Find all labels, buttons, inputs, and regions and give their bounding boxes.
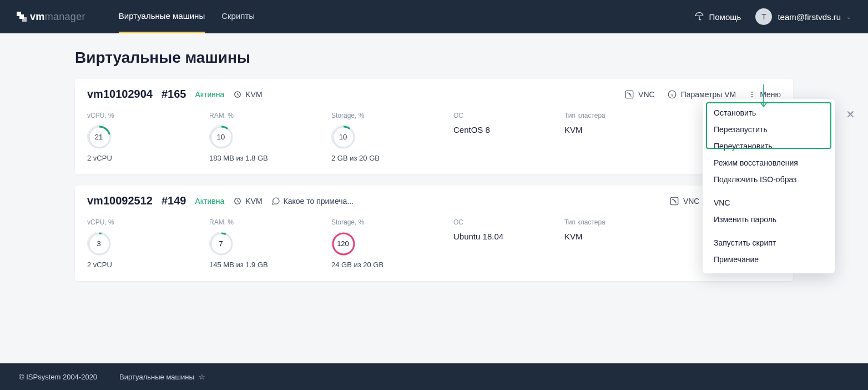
os-label: OC: [453, 112, 564, 119]
vm-card: vm10092512 #149 Активна KVM Какое то при…: [75, 186, 793, 281]
kebab-icon: [748, 89, 756, 99]
annotation-arrow: [757, 83, 770, 111]
svg-point-10: [333, 127, 354, 148]
storage-gauge: 10: [331, 125, 355, 148]
svg-point-20: [333, 233, 354, 254]
avatar: T: [755, 8, 772, 25]
logo-icon: [17, 12, 27, 22]
vm-status: Активна: [195, 197, 224, 206]
comment-icon: [271, 197, 280, 206]
menu-item-iso[interactable]: Подключить ISO-образ: [703, 171, 835, 188]
storage-gauge: 120: [331, 232, 355, 255]
vm-id: #165: [162, 88, 186, 101]
vnc-icon: [669, 196, 679, 206]
logo[interactable]: vmmanager: [17, 11, 85, 23]
svg-point-3: [751, 91, 753, 92]
menu-item-rescue[interactable]: Режим восстановления: [703, 154, 835, 171]
footer-crumb[interactable]: Виртуальные машины: [119, 373, 194, 381]
svg-point-5: [751, 96, 753, 97]
menu-item-reinstall[interactable]: Переустановить: [703, 138, 835, 154]
page-title: Виртуальные машины: [75, 49, 793, 67]
vm-status: Активна: [195, 90, 224, 99]
vcpu-gauge: 3: [87, 232, 110, 255]
nav-virtual-machines[interactable]: Виртуальные машины: [119, 0, 205, 33]
vnc-button[interactable]: VNC: [669, 196, 700, 206]
vm-hypervisor: KVM: [233, 90, 262, 99]
cluster-label: Тип кластера: [564, 112, 675, 119]
header: vmmanager Виртуальные машины Скрипты Пом…: [0, 0, 868, 33]
vcpu-sub: 2 vCPU: [87, 154, 209, 162]
svg-point-8: [211, 127, 232, 148]
help-link[interactable]: Помощь: [694, 12, 741, 22]
vcpu-label: vCPU, %: [87, 112, 209, 119]
menu-item-password[interactable]: Изменить пароль: [703, 211, 835, 228]
vm-card: vm10102904 #165 Активна KVM VNC Параметр…: [75, 79, 793, 174]
storage-sub: 2 GB из 20 GB: [331, 154, 453, 162]
svg-point-15: [89, 233, 110, 254]
nav: Виртуальные машины Скрипты: [119, 0, 255, 33]
menu-item-vnc[interactable]: VNC: [703, 194, 835, 211]
vm-note[interactable]: Какое то примеча...: [271, 197, 354, 206]
kvm-icon: [233, 197, 242, 206]
info-icon: [667, 89, 677, 99]
ram-label: RAM, %: [209, 112, 331, 119]
nav-scripts[interactable]: Скрипты: [221, 0, 255, 33]
vnc-button[interactable]: VNC: [624, 89, 655, 99]
vm-hypervisor: KVM: [233, 197, 262, 206]
vm-name[interactable]: vm10092512: [87, 194, 153, 207]
umbrella-icon: [694, 12, 704, 22]
os-value: CentOS 8: [453, 125, 564, 134]
user-menu[interactable]: T team@firstvds.ru ⌄: [755, 8, 851, 25]
params-button[interactable]: Параметры VM: [667, 89, 736, 99]
cluster-value: KVM: [564, 125, 675, 134]
svg-point-4: [751, 93, 753, 94]
footer: © ISPsystem 2004-2020 Виртуальные машины…: [0, 363, 868, 390]
menu-item-script[interactable]: Запустить скрипт: [703, 234, 835, 251]
star-icon[interactable]: ☆: [199, 373, 205, 381]
svg-point-17: [211, 233, 232, 254]
storage-label: Storage, %: [331, 112, 453, 119]
user-email: team@firstvds.ru: [778, 12, 841, 22]
menu-item-restart[interactable]: Перезапустить: [703, 121, 835, 138]
ram-sub: 183 MB из 1.8 GB: [209, 154, 331, 162]
ram-gauge: 7: [209, 232, 233, 255]
logo-text: vmmanager: [30, 11, 85, 23]
context-menu: ✕ Остановить Перезапустить Переустановит…: [703, 99, 835, 273]
vm-id: #149: [162, 194, 186, 207]
menu-item-note[interactable]: Примечание: [703, 251, 835, 268]
close-icon[interactable]: ✕: [842, 107, 858, 122]
vm-name[interactable]: vm10102904: [87, 88, 153, 101]
chevron-down-icon: ⌄: [846, 13, 851, 21]
vnc-icon: [624, 89, 634, 99]
ram-gauge: 10: [209, 125, 233, 148]
help-label: Помощь: [709, 12, 741, 22]
vcpu-gauge: 21: [87, 125, 110, 148]
kvm-icon: [233, 90, 242, 99]
footer-copyright: © ISPsystem 2004-2020: [19, 373, 97, 381]
